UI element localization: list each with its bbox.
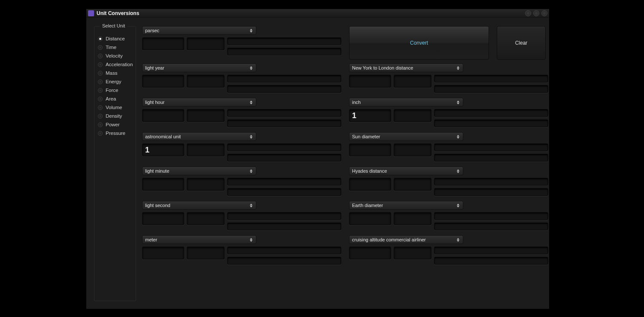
chevron-down-icon: [250, 137, 252, 139]
unit-select-2-right[interactable]: Sun diameter: [349, 132, 463, 141]
value-input-3-left-a[interactable]: [142, 143, 184, 156]
output-field: [227, 85, 341, 93]
clear-button[interactable]: Clear: [497, 26, 546, 60]
radio-mass[interactable]: Mass: [97, 69, 133, 77]
value-input-2-left-b[interactable]: [187, 109, 225, 122]
radio-dot-icon: [98, 97, 103, 101]
output-field: [434, 154, 548, 162]
chevron-up-icon: [457, 238, 459, 240]
unit-block: New York to London distance: [349, 64, 548, 93]
value-input-4-right-a[interactable]: [349, 212, 391, 225]
value-input-4-right-b[interactable]: [394, 212, 431, 225]
radio-pressure[interactable]: Pressure: [97, 129, 133, 137]
close-button[interactable]: [541, 10, 547, 16]
radio-force[interactable]: Force: [97, 86, 133, 94]
unit-select-0-right[interactable]: New York to London distance: [349, 64, 463, 72]
maximize-button[interactable]: [533, 10, 539, 16]
chevron-down-icon: [250, 31, 252, 33]
radio-velocity[interactable]: Velocity: [97, 52, 133, 60]
unit-select-3-left[interactable]: astronomical unit: [142, 132, 256, 141]
value-input-0-right-a[interactable]: [349, 75, 391, 88]
chevron-down-icon: [457, 240, 459, 242]
value-input-1-right-a[interactable]: [349, 109, 391, 122]
unit-select-1-right[interactable]: inch: [349, 98, 463, 107]
unit-block: cruising altitude commercial airliner: [349, 235, 548, 265]
unit-select-5-right[interactable]: cruising altitude commercial airliner: [349, 235, 463, 244]
value-input-1-right-b[interactable]: [394, 109, 431, 122]
combo-label: astronomical unit: [145, 134, 181, 139]
output-field: [434, 257, 548, 265]
radio-density[interactable]: Density: [97, 112, 133, 120]
unit-block: Sun diameter: [349, 132, 548, 162]
unit-block: Hyades distance: [349, 167, 548, 196]
output-field: [227, 223, 341, 230]
radio-label: Volume: [106, 105, 122, 110]
output-field: [227, 48, 341, 55]
app-icon: [88, 10, 94, 16]
unit-block: light hour: [142, 98, 341, 127]
radio-distance[interactable]: Distance: [97, 34, 133, 43]
radio-time[interactable]: Time: [97, 43, 133, 52]
unit-select-2-left[interactable]: light hour: [142, 98, 256, 107]
radio-label: Distance: [106, 36, 125, 41]
combo-label: New York to London distance: [352, 65, 413, 70]
value-input-5-right-a[interactable]: [349, 247, 391, 259]
value-input-3-left-b[interactable]: [187, 143, 225, 156]
chevron-down-icon: [250, 171, 252, 173]
value-input-4-left-a[interactable]: [142, 178, 184, 191]
radio-label: Force: [106, 88, 118, 93]
value-input-1-left-b[interactable]: [187, 75, 225, 88]
combo-label: light minute: [145, 168, 169, 174]
combo-label: light year: [145, 65, 164, 70]
output-field: [227, 212, 341, 220]
value-input-2-left-a[interactable]: [142, 109, 184, 122]
convert-button[interactable]: Convert: [349, 26, 489, 60]
combo-label: parsec: [145, 28, 159, 33]
content-area: Select Unit DistanceTimeVelocityAccelera…: [86, 18, 549, 309]
unit-block: astronomical unit: [142, 132, 341, 162]
chevron-down-icon: [457, 137, 459, 139]
unit-select-1-left[interactable]: light year: [142, 64, 256, 72]
minimize-button[interactable]: [525, 10, 531, 16]
radio-label: Velocity: [106, 53, 123, 58]
unit-select-3-right[interactable]: Hyades distance: [349, 167, 463, 175]
chevron-up-icon: [250, 135, 252, 137]
value-input-1-left-a[interactable]: [142, 75, 184, 88]
value-input-6-left-b[interactable]: [187, 247, 225, 259]
value-input-0-left-b[interactable]: [187, 37, 225, 50]
radio-power[interactable]: Power: [97, 120, 133, 129]
output-field: [434, 223, 548, 230]
unit-select-4-left[interactable]: light minute: [142, 167, 256, 175]
value-input-0-right-b[interactable]: [394, 75, 431, 88]
value-input-5-left-a[interactable]: [142, 212, 184, 225]
unit-select-4-right[interactable]: Earth diameter: [349, 201, 463, 210]
value-input-3-right-a[interactable]: [349, 178, 391, 191]
value-input-0-left-a[interactable]: [142, 37, 184, 50]
value-input-5-right-b[interactable]: [394, 247, 431, 259]
radio-dot-icon: [98, 37, 103, 41]
unit-category-group: Select Unit DistanceTimeVelocityAccelera…: [94, 26, 136, 301]
unit-select-0-left[interactable]: parsec: [142, 26, 256, 35]
value-input-3-right-b[interactable]: [394, 178, 431, 191]
radio-label: Pressure: [106, 131, 125, 136]
radio-dot-icon: [98, 71, 103, 76]
unit-block: meter: [142, 235, 341, 265]
value-input-6-left-a[interactable]: [142, 247, 184, 259]
chevron-down-icon: [250, 206, 252, 207]
value-input-4-left-b[interactable]: [187, 178, 225, 191]
radio-dot-icon: [98, 131, 103, 136]
value-input-2-right-b[interactable]: [394, 143, 431, 156]
unit-select-6-left[interactable]: meter: [142, 235, 256, 244]
value-input-2-right-a[interactable]: [349, 143, 391, 156]
radio-acceleration[interactable]: Acceleration: [97, 60, 133, 69]
value-input-5-left-b[interactable]: [187, 212, 225, 225]
radio-dot-icon: [98, 105, 103, 110]
unit-select-5-left[interactable]: light second: [142, 201, 256, 210]
combo-label: light second: [145, 203, 170, 208]
radio-volume[interactable]: Volume: [97, 103, 133, 112]
app-window: Unit Conversions Select Unit DistanceTim…: [86, 9, 550, 309]
radio-area[interactable]: Area: [97, 94, 133, 103]
radio-energy[interactable]: Energy: [97, 77, 133, 86]
radio-dot-icon: [98, 79, 103, 84]
output-field: [227, 119, 341, 127]
